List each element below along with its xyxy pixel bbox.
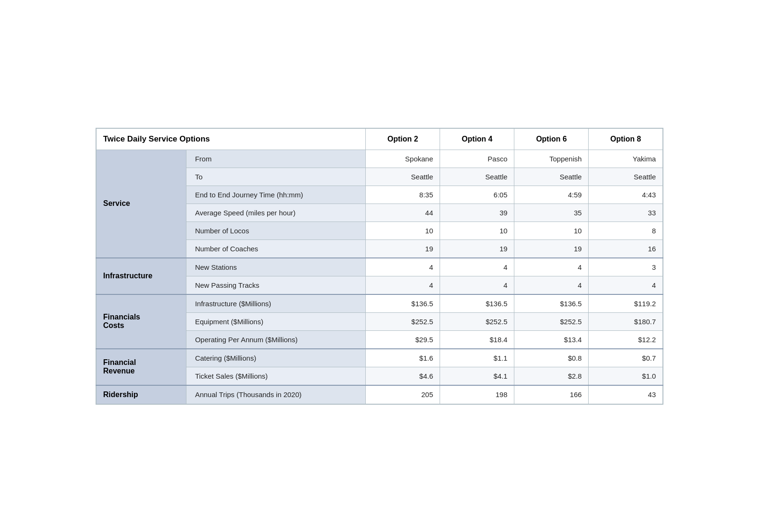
data-cell-opt4: 198 — [440, 385, 514, 404]
table-row: ServiceFromSpokanePascoToppenishYakima — [96, 150, 663, 168]
row-label: New Stations — [186, 258, 366, 276]
data-cell-opt6: $136.5 — [514, 294, 589, 313]
row-label: New Passing Tracks — [186, 276, 366, 294]
table-row: InfrastructureNew Stations4443 — [96, 258, 663, 276]
data-cell-opt8: $12.2 — [589, 330, 663, 349]
section-category-2: FinancialsCosts — [96, 294, 186, 349]
data-cell-opt8: Yakima — [589, 150, 663, 168]
data-cell-opt6: $252.5 — [514, 312, 589, 330]
data-cell-opt8: $1.0 — [589, 367, 663, 385]
data-cell-opt4: 4 — [440, 258, 514, 276]
data-cell-opt2: 10 — [366, 222, 440, 239]
col-header-opt2: Option 2 — [366, 128, 440, 150]
data-cell-opt4: 6:05 — [440, 186, 514, 204]
data-cell-opt8: 4 — [589, 276, 663, 294]
table-row: RidershipAnnual Trips (Thousands in 2020… — [96, 385, 663, 404]
data-cell-opt6: $13.4 — [514, 330, 589, 349]
data-cell-opt2: 205 — [366, 385, 440, 404]
section-category-3: FinancialRevenue — [96, 349, 186, 385]
data-cell-opt4: 39 — [440, 204, 514, 222]
data-cell-opt4: $18.4 — [440, 330, 514, 349]
data-cell-opt6: 166 — [514, 385, 589, 404]
col-header-opt6: Option 6 — [514, 128, 589, 150]
main-table: Twice Daily Service Options Option 2 Opt… — [96, 128, 663, 405]
data-cell-opt2: Spokane — [366, 150, 440, 168]
data-cell-opt6: 35 — [514, 204, 589, 222]
col-header-opt4: Option 4 — [440, 128, 514, 150]
section-category-1: Infrastructure — [96, 258, 186, 294]
row-label: Number of Coaches — [186, 239, 366, 258]
data-cell-opt2: 4 — [366, 258, 440, 276]
data-cell-opt8: 3 — [589, 258, 663, 276]
data-cell-opt8: $119.2 — [589, 294, 663, 313]
data-cell-opt4: $252.5 — [440, 312, 514, 330]
row-label: Ticket Sales ($Millions) — [186, 367, 366, 385]
data-cell-opt2: 44 — [366, 204, 440, 222]
data-cell-opt8: 4:43 — [589, 186, 663, 204]
data-cell-opt6: 4:59 — [514, 186, 589, 204]
row-label: Infrastructure ($Millions) — [186, 294, 366, 313]
data-cell-opt4: 10 — [440, 222, 514, 239]
data-cell-opt8: $0.7 — [589, 349, 663, 367]
col-header-opt8: Option 8 — [589, 128, 663, 150]
data-cell-opt6: 4 — [514, 276, 589, 294]
data-cell-opt6: Seattle — [514, 168, 589, 186]
data-cell-opt8: 43 — [589, 385, 663, 404]
table-title: Twice Daily Service Options — [96, 128, 366, 150]
data-cell-opt2: 4 — [366, 276, 440, 294]
row-label: Annual Trips (Thousands in 2020) — [186, 385, 366, 404]
row-label: Operating Per Annum ($Millions) — [186, 330, 366, 349]
data-cell-opt4: 4 — [440, 276, 514, 294]
data-cell-opt2: $252.5 — [366, 312, 440, 330]
data-cell-opt4: Pasco — [440, 150, 514, 168]
data-cell-opt6: 19 — [514, 239, 589, 258]
data-cell-opt2: Seattle — [366, 168, 440, 186]
row-label: To — [186, 168, 366, 186]
data-cell-opt2: 8:35 — [366, 186, 440, 204]
data-cell-opt6: $0.8 — [514, 349, 589, 367]
row-label: Catering ($Millions) — [186, 349, 366, 367]
data-cell-opt2: $29.5 — [366, 330, 440, 349]
data-cell-opt2: 19 — [366, 239, 440, 258]
data-cell-opt2: $1.6 — [366, 349, 440, 367]
data-cell-opt4: $136.5 — [440, 294, 514, 313]
data-cell-opt6: Toppenish — [514, 150, 589, 168]
data-cell-opt6: $2.8 — [514, 367, 589, 385]
row-label: Equipment ($Millions) — [186, 312, 366, 330]
data-cell-opt8: 8 — [589, 222, 663, 239]
row-label: Number of Locos — [186, 222, 366, 239]
section-category-0: Service — [96, 150, 186, 258]
data-cell-opt4: $1.1 — [440, 349, 514, 367]
section-category-4: Ridership — [96, 385, 186, 404]
data-cell-opt6: 4 — [514, 258, 589, 276]
data-cell-opt4: 19 — [440, 239, 514, 258]
table-row: FinancialsCostsInfrastructure ($Millions… — [96, 294, 663, 313]
row-label: Average Speed (miles per hour) — [186, 204, 366, 222]
table-row: FinancialRevenueCatering ($Millions)$1.6… — [96, 349, 663, 367]
data-cell-opt2: $4.6 — [366, 367, 440, 385]
row-label: From — [186, 150, 366, 168]
row-label: End to End Journey Time (hh:mm) — [186, 186, 366, 204]
data-cell-opt8: Seattle — [589, 168, 663, 186]
table-container: Twice Daily Service Options Option 2 Opt… — [96, 128, 663, 405]
data-cell-opt8: 33 — [589, 204, 663, 222]
data-cell-opt8: 16 — [589, 239, 663, 258]
data-cell-opt4: Seattle — [440, 168, 514, 186]
data-cell-opt6: 10 — [514, 222, 589, 239]
data-cell-opt4: $4.1 — [440, 367, 514, 385]
data-cell-opt2: $136.5 — [366, 294, 440, 313]
data-cell-opt8: $180.7 — [589, 312, 663, 330]
